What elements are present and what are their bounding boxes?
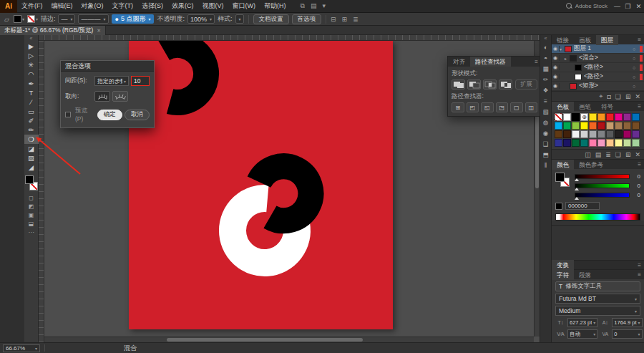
delete-swatch-icon[interactable]: ✕ — [635, 151, 640, 158]
stock-search[interactable]: Adobe Stock — [566, 3, 608, 9]
color-swatch[interactable] — [632, 130, 640, 138]
symbols-panel-icon[interactable]: ❖ — [540, 85, 552, 96]
lasso-tool[interactable]: ◠ — [24, 69, 39, 79]
menu-item[interactable]: 对象(O) — [77, 0, 108, 13]
swatch-black[interactable] — [572, 113, 580, 121]
disclosure-arrow-icon[interactable]: ▸ — [565, 56, 570, 61]
fill-swatch[interactable] — [25, 175, 34, 184]
maximize-button[interactable]: ❐ — [623, 0, 633, 13]
new-swatch-icon[interactable]: ⊞ — [625, 151, 631, 158]
color-swatch[interactable] — [606, 122, 614, 130]
make-clipping-mask-icon[interactable]: ◘ — [607, 93, 610, 100]
selection-tool[interactable]: ▶ — [24, 42, 39, 51]
visibility-eye-icon[interactable]: ◉ — [552, 74, 560, 79]
visibility-eye-icon[interactable]: ◉ — [552, 46, 560, 52]
new-color-group-icon[interactable]: ❏ — [615, 151, 621, 158]
tab-paragraph[interactable]: 段落 — [574, 270, 596, 280]
color-swatch[interactable] — [597, 113, 605, 121]
toolbar-collapse-icon[interactable]: « — [24, 35, 38, 42]
color-swatch[interactable] — [572, 122, 580, 130]
blue-slider[interactable] — [575, 193, 630, 198]
swatch-options-icon[interactable]: ≣ — [605, 151, 611, 158]
document-setup-button[interactable]: 文档设置 — [253, 14, 289, 24]
color-swatch[interactable] — [563, 130, 571, 138]
target-circle-icon[interactable]: ○ — [633, 65, 638, 70]
tab-align[interactable]: 对齐 — [448, 57, 470, 67]
touch-type-tool-button[interactable]: T 修饰文字工具 — [555, 281, 640, 291]
fill-chip[interactable] — [555, 173, 565, 182]
edit-toolbar-icon[interactable]: ⋯ — [24, 228, 39, 237]
workspace-switcher-icon[interactable]: ▤ — [311, 2, 317, 10]
expand-panels-icon[interactable]: « — [545, 35, 547, 42]
minimize-button[interactable]: — — [612, 0, 623, 13]
hex-value-field[interactable]: 000000 — [565, 202, 600, 210]
menu-item[interactable]: 帮助(H) — [260, 0, 291, 13]
fill-color-well[interactable]: ▾ — [14, 15, 24, 23]
color-swatch[interactable] — [615, 122, 623, 130]
panel-menu-icon[interactable]: ≡ — [635, 262, 644, 269]
menu-item[interactable]: 选择(S) — [137, 0, 167, 13]
color-swatch[interactable] — [589, 122, 597, 130]
horizontal-scroll-thumb[interactable] — [167, 338, 363, 342]
swatch-libraries-icon[interactable]: ◫ — [585, 151, 591, 158]
graphic-styles-panel-icon[interactable]: ❑ — [540, 139, 552, 150]
color-swatch[interactable] — [632, 113, 640, 121]
align-icon[interactable]: ⊟ — [331, 16, 336, 23]
color-swatch[interactable] — [632, 139, 640, 147]
transparency-panel-icon[interactable]: ◍ — [540, 117, 552, 128]
tab-artboards[interactable]: 画板 — [574, 35, 596, 45]
panel-menu-icon[interactable]: ≡ — [635, 37, 644, 43]
new-layer-icon[interactable]: ⊞ — [625, 93, 631, 100]
merge-icon[interactable]: ◱ — [481, 102, 494, 112]
brush-definition-select[interactable]: ● 5 点圆形 ▾ — [112, 14, 155, 24]
style-select[interactable]: ▾ — [235, 14, 244, 24]
menu-item[interactable]: 文字(T) — [108, 0, 138, 13]
tab-links[interactable]: 链接 — [552, 35, 574, 45]
color-swatch[interactable] — [580, 122, 588, 130]
brushes-panel-icon[interactable]: ✏ — [540, 74, 552, 85]
blend-tool[interactable]: ❍ — [24, 135, 39, 144]
trim-icon[interactable]: ◰ — [467, 102, 479, 112]
artboard[interactable] — [129, 41, 393, 329]
color-swatch[interactable] — [572, 130, 580, 138]
ok-button[interactable]: 确定 — [97, 110, 122, 120]
pen-tool[interactable]: ✒ — [24, 79, 39, 88]
disclosure-arrow-icon[interactable]: ▾ — [560, 47, 565, 52]
stroke-color-well[interactable]: ▾ — [27, 15, 38, 23]
color-swatch[interactable] — [632, 122, 640, 130]
tab-symbols[interactable]: 符号 — [596, 102, 618, 112]
menu-item[interactable]: 视图(V) — [198, 0, 228, 13]
tab-pathfinder[interactable]: 路径查找器 — [470, 57, 511, 67]
color-swatch[interactable] — [606, 139, 614, 147]
minus-front-icon[interactable] — [467, 79, 481, 90]
delete-layer-icon[interactable]: ✕ — [635, 93, 640, 100]
panel-menu-icon[interactable]: ≡ — [635, 271, 644, 278]
stroke-weight-select[interactable]: — ▾ — [58, 14, 75, 24]
color-swatch[interactable] — [589, 113, 597, 121]
color-swatch[interactable] — [623, 113, 631, 121]
layer-row[interactable]: ◉ ▾ 图层 1 ○ — [552, 44, 644, 54]
red-slider[interactable] — [575, 174, 630, 179]
color-panel-icon[interactable]: ◐ — [540, 42, 552, 53]
divide-icon[interactable]: ⊞ — [452, 102, 464, 112]
gradient-tool[interactable]: ▨ — [24, 153, 39, 163]
tab-layers[interactable]: 图层 — [596, 35, 618, 45]
distribute-icon[interactable]: ⊞ — [342, 16, 348, 23]
color-swatch[interactable] — [606, 130, 614, 138]
target-circle-icon[interactable]: ○ — [633, 56, 638, 61]
draw-inside-mode-icon[interactable]: ▣ — [24, 211, 39, 220]
layer-row[interactable]: ◉ <矩形> ○ — [552, 82, 644, 91]
line-segment-tool[interactable]: ∕ — [24, 97, 39, 107]
color-swatch[interactable] — [589, 139, 597, 147]
tab-character[interactable]: 字符 — [552, 270, 574, 280]
intersect-icon[interactable] — [483, 79, 497, 90]
swatch-white[interactable] — [563, 113, 571, 121]
preview-checkbox[interactable] — [65, 112, 71, 117]
menu-item[interactable]: 文件(F) — [17, 0, 47, 13]
layer-row[interactable]: ◉ <路径> ○ — [552, 63, 644, 72]
font-family-select[interactable]: Futura Md BT ▾ — [555, 294, 640, 304]
fill-stroke-indicator[interactable] — [24, 175, 39, 194]
top-shape-black[interactable] — [163, 45, 206, 102]
tab-color-guide[interactable]: 颜色参考 — [574, 160, 608, 170]
crop-icon[interactable]: ◳ — [496, 102, 509, 112]
